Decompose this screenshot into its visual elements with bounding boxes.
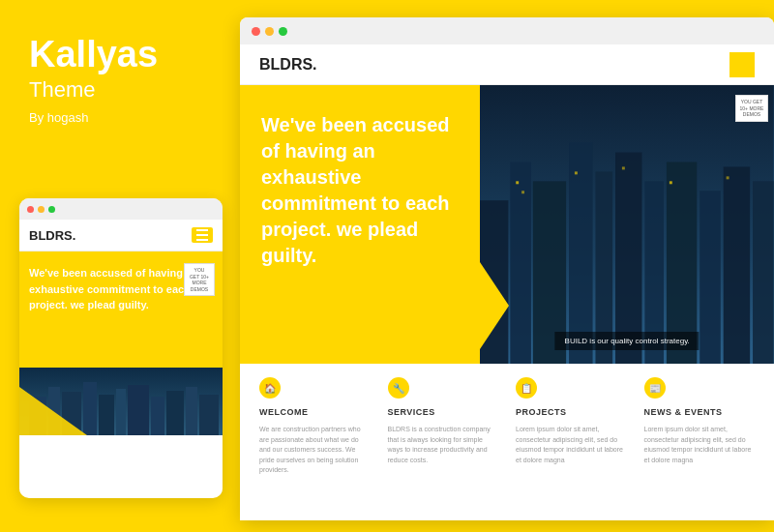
lower-title-2: PROJECTS [516,407,627,417]
lower-text-1: BLDRS is a construction company that is … [388,425,499,465]
svg-rect-24 [753,181,774,364]
chevron-arrow-icon [470,248,509,364]
lower-section-1: 🔧 SERVICES BLDRS is a construction compa… [388,377,499,511]
desktop-hero-right: BUILD is our quality control strategy. Y… [480,85,774,364]
desktop-site: BLDRS. We've been accused of having an e… [240,44,774,520]
svg-rect-15 [511,162,532,364]
lower-text-0: We are construction partners who are pas… [259,425,371,476]
mobile-browser-bar [19,198,223,220]
svg-rect-17 [569,143,592,364]
desktop-lower-sections: 🏠 WELCOME We are construction partners w… [240,364,774,520]
desktop-hero-heading: We've been accused of having an exhausti… [261,112,459,269]
mobile-hero: We've been accused of having an exhausti… [19,251,223,368]
svg-rect-9 [166,391,184,435]
mobile-badge[interactable]: YOU GET 10+ MORE DEMOS [184,263,215,296]
mobile-logo: BLDRS. [29,228,75,243]
brand-author: By hogash [29,110,211,125]
svg-rect-22 [700,191,722,364]
desktop-header: BLDRS. [240,44,774,85]
lower-title-3: NEWS & EVENTS [644,407,756,417]
svg-rect-5 [99,395,114,435]
desktop-browser-bar [240,17,774,44]
lower-text-3: Lorem ipsum dolor sit amet, consectetur … [644,425,756,465]
menu-line [196,229,208,231]
desktop-hero-badge[interactable]: YOU GET 10+ MORE DEMOS [735,95,768,122]
svg-rect-25 [517,181,520,184]
svg-rect-27 [575,171,578,174]
svg-rect-8 [151,397,164,435]
desktop-hero-left: We've been accused of having an exhausti… [240,85,480,364]
svg-rect-4 [83,382,97,435]
mobile-dot-red [27,206,34,213]
desktop-header-right [729,52,755,77]
desktop-dot-red [252,27,260,36]
desktop-dot-yellow [265,27,274,36]
svg-rect-10 [186,387,197,435]
desktop-hero: We've been accused of having an exhausti… [240,85,774,364]
lower-title-1: SERVICES [388,407,499,417]
desktop-yellow-accent [729,52,755,77]
desktop-mockup: BLDRS. We've been accused of having an e… [240,17,774,520]
desktop-dot-green [279,27,287,36]
mobile-dot-green [48,206,55,213]
lower-section-3: 📰 NEWS & EVENTS Lorem ipsum dolor sit am… [644,377,756,511]
mobile-city-image [19,368,223,435]
mobile-content: BLDRS. We've been accused of having an e… [19,220,223,435]
lower-icon-1: 🔧 [388,377,409,399]
svg-rect-26 [521,191,524,193]
mobile-menu-button[interactable] [192,227,213,243]
svg-rect-6 [116,389,126,435]
svg-rect-29 [670,181,672,184]
brand-subtitle: Theme [29,77,211,103]
svg-rect-30 [727,176,729,179]
svg-rect-23 [724,166,750,364]
svg-rect-28 [622,166,625,169]
lower-text-2: Lorem ipsum dolor sit amet, consectetur … [516,425,627,465]
lower-icon-0: 🏠 [259,377,281,399]
menu-line [196,239,208,241]
svg-rect-11 [199,395,219,435]
hero-caption: BUILD is our quality control strategy. [555,332,700,350]
lower-title-0: WELCOME [259,407,371,417]
lower-section-0: 🏠 WELCOME We are construction partners w… [259,377,371,511]
menu-line [196,234,208,236]
mobile-mockup: BLDRS. We've been accused of having an e… [19,198,223,498]
lower-icon-2: 📋 [516,377,537,399]
mobile-dot-yellow [38,206,45,213]
brand-title: Kallyas [29,35,211,75]
lower-icon-3: 📰 [644,377,666,399]
mobile-header: BLDRS. [19,220,223,251]
desktop-logo: BLDRS. [259,56,317,74]
desktop-hero-city-image [480,85,774,364]
svg-rect-7 [128,385,149,435]
lower-section-2: 📋 PROJECTS Lorem ipsum dolor sit amet, c… [516,377,627,511]
